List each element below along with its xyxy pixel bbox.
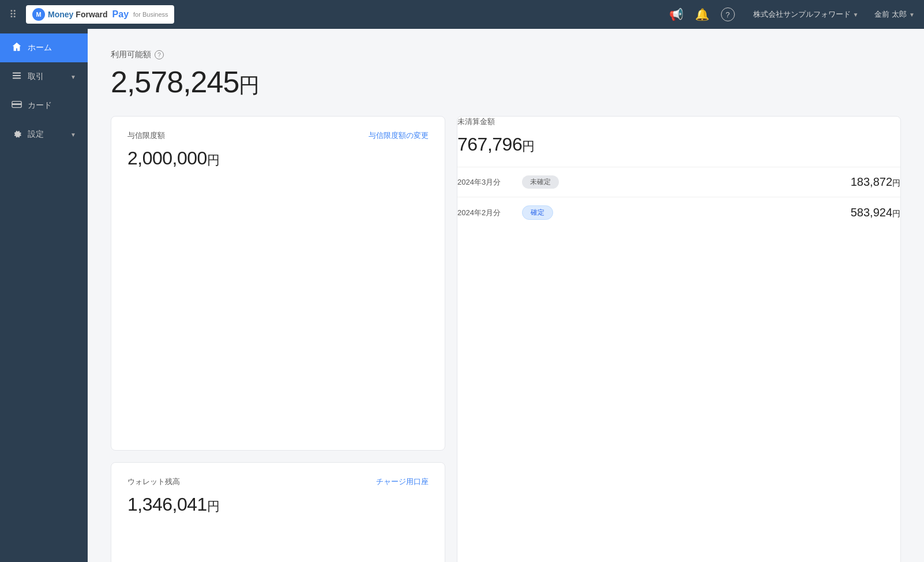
info-cards-row: 与信限度額 与信限度額の変更 2,000,000円 ウォレット残高 チャージ用口… [111,116,901,562]
sidebar-settings-label: 設定 [28,129,44,140]
credit-limit-number: 2,000,000 [127,148,207,168]
unsettled-march-yen: 円 [892,178,900,188]
company-name: 株式会社サンプルフォワード [753,9,851,20]
company-chevron-icon: ▼ [853,12,859,18]
sidebar-item-transactions[interactable]: 取引 ▼ [0,62,88,91]
wallet-value: 1,346,041円 [127,494,429,515]
unsettled-row-march: 2024年3月分 未確定 183,872円 [457,167,900,197]
unsettled-march-amount: 183,872円 [851,175,900,189]
settings-icon [12,128,22,141]
wallet-title: ウォレット残高 [127,477,180,487]
credit-limit-card: 与信限度額 与信限度額の変更 2,000,000円 [111,116,445,451]
left-cards: 与信限度額 与信限度額の変更 2,000,000円 ウォレット残高 チャージ用口… [111,116,445,562]
notification-icon[interactable]: 🔔 [695,8,709,21]
help-icon[interactable]: ? [721,8,735,21]
home-icon [12,42,22,54]
svg-text:M: M [36,11,41,18]
top-icons: 📢 🔔 ? [669,8,735,21]
wallet-charge-link[interactable]: チャージ用口座 [376,477,429,487]
settings-chevron-icon: ▼ [70,132,76,138]
logo-money: Money [48,10,73,19]
credit-limit-value: 2,000,000円 [127,148,429,169]
app-logo: M Money Forward Pay for Business [26,5,662,24]
unsettled-title: 未清算金額 [457,117,495,127]
user-name: 金前 太郎 [874,9,907,20]
unsettled-feb-status: 確定 [522,205,553,220]
user-menu[interactable]: 金前 太郎 ▼ [874,9,915,20]
transactions-icon [12,70,22,83]
sidebar-transactions-label: 取引 [28,72,44,82]
wallet-card-header: ウォレット残高 チャージ用口座 [127,477,429,487]
unsettled-feb-number: 583,924 [851,206,892,219]
credit-limit-yen: 円 [207,153,220,167]
credit-limit-title: 与信限度額 [127,130,165,141]
sidebar-card-label: カード [28,100,52,111]
svg-rect-3 [13,75,21,76]
available-amount-label: 利用可能額 [111,50,151,60]
sidebar-item-settings[interactable]: 設定 ▼ [0,120,88,149]
logo-icon: M [32,8,46,21]
available-amount-section: 利用可能額 ? [111,50,901,60]
card-icon [12,99,22,112]
available-help-icon[interactable]: ? [155,50,164,59]
credit-limit-change-link[interactable]: 与信限度額の変更 [369,130,429,141]
grid-icon[interactable]: ⠿ [9,8,17,21]
logo-for-business: for Business [133,11,168,18]
transactions-chevron-icon: ▼ [70,74,76,80]
unsettled-march-number: 183,872 [851,175,892,188]
logo-brand: M Money Forward Pay for Business [26,5,174,24]
svg-rect-2 [13,73,21,74]
sidebar: ホーム 取引 ▼ カード 設定 ▼ [0,29,88,562]
company-selector[interactable]: 株式会社サンプルフォワード ▼ [753,9,859,20]
unsettled-rows: 2024年3月分 未確定 183,872円 2024年2月分 確定 583,92… [457,167,900,228]
user-chevron-icon: ▼ [909,12,915,18]
sidebar-home-label: ホーム [28,43,52,53]
unsettled-feb-yen: 円 [892,209,900,218]
logo-forward: Forward [76,10,107,19]
unsettled-row-feb: 2024年2月分 確定 583,924円 [457,197,900,228]
unsettled-value: 767,796円 [457,134,900,155]
unsettled-march-status: 未確定 [522,175,559,189]
page-layout: ホーム 取引 ▼ カード 設定 ▼ 利用可能額 ? [0,29,924,562]
wallet-yen: 円 [207,499,220,514]
top-navigation: ⠿ M Money Forward Pay for Business 📢 🔔 ?… [0,0,924,29]
unsettled-card-header: 未清算金額 [457,117,900,127]
unsettled-number: 767,796 [457,134,522,155]
unsettled-card: 未清算金額 767,796円 2024年3月分 未確定 183,872円 [457,116,901,562]
unsettled-feb-date: 2024年2月分 [457,208,515,218]
logo-pay: Pay [112,9,129,20]
available-amount-number: 2,578,245 [111,65,239,99]
unsettled-yen: 円 [522,139,535,153]
sidebar-item-card[interactable]: カード [0,91,88,120]
available-amount-value: 2,578,245円 [111,65,901,100]
svg-rect-4 [13,78,21,79]
credit-card-header: 与信限度額 与信限度額の変更 [127,130,429,141]
sidebar-item-home[interactable]: ホーム [0,33,88,62]
main-content: 利用可能額 ? 2,578,245円 与信限度額 与信限度額の変更 2,000,… [88,29,924,562]
svg-rect-6 [12,103,21,105]
wallet-number: 1,346,041 [127,494,207,515]
wallet-balance-card: ウォレット残高 チャージ用口座 1,346,041円 [111,462,445,562]
unsettled-march-date: 2024年3月分 [457,177,515,188]
unsettled-feb-amount: 583,924円 [851,206,900,219]
announcement-icon[interactable]: 📢 [669,8,683,21]
available-amount-yen: 円 [239,73,259,97]
